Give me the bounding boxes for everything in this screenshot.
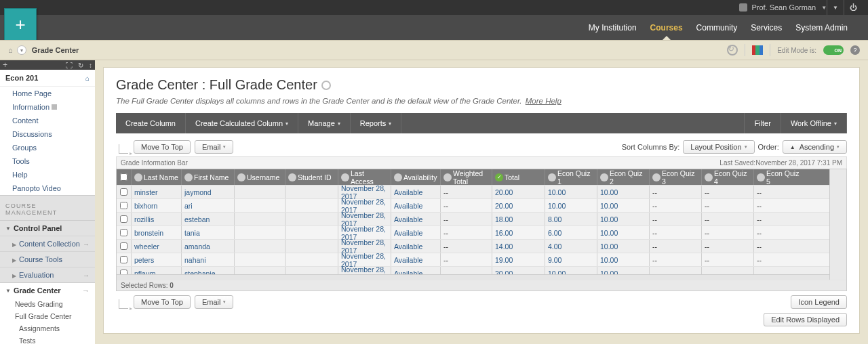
cell-quiz-5[interactable]: --: [754, 253, 806, 266]
cell-weighted-total[interactable]: --: [441, 240, 492, 253]
column-header-last-name[interactable]: Last Name: [132, 169, 182, 185]
theme-palette-icon[interactable]: [752, 45, 763, 55]
cell-username[interactable]: [235, 267, 285, 280]
cell-weighted-total[interactable]: --: [441, 199, 492, 212]
cell-quiz-1[interactable]: 8.00: [545, 213, 597, 225]
cell-first-name[interactable]: esteban: [182, 213, 235, 225]
row-checkbox[interactable]: [117, 240, 132, 253]
cell-quiz-3[interactable]: --: [650, 267, 702, 280]
cell-quiz-5[interactable]: --: [754, 226, 806, 239]
cell-quiz-3[interactable]: --: [650, 253, 702, 266]
cell-quiz-4[interactable]: --: [702, 240, 754, 253]
logout-button[interactable]: [844, 0, 863, 15]
edit-rows-displayed-button[interactable]: Edit Rows Displayed: [764, 313, 847, 326]
reorder-icon[interactable]: ↕: [89, 62, 92, 69]
row-checkbox[interactable]: [117, 213, 132, 225]
cell-student-id[interactable]: [285, 199, 338, 212]
cell-last-name[interactable]: wheeler: [132, 240, 182, 253]
cell-weighted-total[interactable]: --: [441, 213, 492, 225]
refresh-icon[interactable]: [727, 45, 738, 56]
cell-student-id[interactable]: [285, 240, 338, 253]
cell-total[interactable]: 20.00: [492, 267, 545, 280]
create-calculated-column-button[interactable]: Create Calculated Column▾: [186, 113, 298, 133]
sidebar-link-content[interactable]: Content: [0, 114, 95, 127]
sidebar-link-groups[interactable]: Groups: [0, 141, 95, 154]
move-to-top-button[interactable]: Move To Top: [134, 140, 191, 154]
work-offline-dropdown[interactable]: Work Offline▾: [781, 113, 847, 133]
cell-student-id[interactable]: [285, 213, 338, 225]
cell-quiz-4[interactable]: --: [702, 213, 754, 225]
cell-student-id[interactable]: [285, 186, 338, 198]
cell-total[interactable]: 16.00: [492, 226, 545, 239]
cell-availability[interactable]: Available: [391, 213, 441, 225]
cell-total[interactable]: 20.00: [492, 186, 545, 198]
cell-quiz-2[interactable]: 10.00: [597, 226, 650, 239]
cell-student-id[interactable]: [285, 226, 338, 239]
icon-legend-button[interactable]: Icon Legend: [791, 295, 847, 309]
cell-quiz-2[interactable]: 10.00: [597, 186, 650, 198]
cell-username[interactable]: [235, 253, 285, 266]
nav-my-institution[interactable]: My Institution: [589, 23, 637, 33]
sidebar-item-needs-grading[interactable]: Needs Grading: [0, 298, 95, 310]
cell-quiz-4[interactable]: --: [702, 226, 754, 239]
filter-button[interactable]: Filter: [744, 113, 781, 133]
cell-availability[interactable]: Available: [391, 240, 441, 253]
order-dropdown[interactable]: ▲Ascending▾: [783, 140, 847, 154]
reports-dropdown[interactable]: Reports▾: [351, 113, 402, 133]
cell-quiz-3[interactable]: --: [650, 199, 702, 212]
column-header-first-name[interactable]: First Name: [182, 169, 235, 185]
cell-availability[interactable]: Available: [391, 199, 441, 212]
cell-weighted-total[interactable]: --: [441, 186, 492, 198]
cell-quiz-4[interactable]: --: [702, 253, 754, 266]
column-header-last-access[interactable]: Last Access: [338, 169, 391, 185]
add-menu-item-button[interactable]: +: [3, 60, 7, 70]
cell-first-name[interactable]: ari: [182, 199, 235, 212]
column-header-availability[interactable]: Availability: [391, 169, 441, 185]
create-column-button[interactable]: Create Column: [116, 113, 186, 133]
cell-first-name[interactable]: amanda: [182, 240, 235, 253]
sidebar-link-information[interactable]: Information: [0, 100, 95, 114]
move-to-top-button-bottom[interactable]: Move To Top: [134, 295, 191, 309]
sidebar-link-panopto-video[interactable]: Panopto Video: [0, 181, 95, 195]
sidebar-item-tests[interactable]: Tests: [0, 335, 95, 344]
cell-last-access[interactable]: November 28, 2017: [338, 240, 391, 253]
cell-student-id[interactable]: [285, 253, 338, 266]
sidebar-item-course-tools[interactable]: ▶Course Tools: [0, 251, 95, 267]
cell-quiz-1[interactable]: 10.00: [545, 267, 597, 280]
cell-availability[interactable]: Available: [391, 253, 441, 266]
cell-last-name[interactable]: rozillis: [132, 213, 182, 225]
column-header-student-id[interactable]: Student ID: [285, 169, 338, 185]
course-title[interactable]: Econ 201 ⌂: [0, 70, 95, 87]
more-help-link[interactable]: More Help: [526, 97, 561, 105]
sidebar-item-content-collection[interactable]: ▶Content Collection →: [0, 236, 95, 251]
cell-quiz-3[interactable]: --: [650, 240, 702, 253]
cell-quiz-1[interactable]: 9.00: [545, 253, 597, 266]
column-header-econ-quiz-1[interactable]: Econ Quiz 1: [545, 169, 597, 185]
cell-last-access[interactable]: November 28, 2017: [338, 226, 391, 239]
notifications-button[interactable]: ▼: [827, 0, 844, 15]
cell-weighted-total[interactable]: --: [441, 267, 492, 280]
column-header-econ-quiz-5[interactable]: Econ Quiz 5: [754, 169, 806, 185]
cell-total[interactable]: 14.00: [492, 240, 545, 253]
sidebar-item-assignments[interactable]: Assignments: [0, 322, 95, 335]
column-header-econ-quiz-3[interactable]: Econ Quiz 3: [650, 169, 702, 185]
cell-last-name[interactable]: bixhorn: [132, 199, 182, 212]
cell-quiz-2[interactable]: 10.00: [597, 253, 650, 266]
cell-quiz-1[interactable]: 6.00: [545, 226, 597, 239]
cell-quiz-5[interactable]: --: [754, 267, 806, 280]
cell-quiz-3[interactable]: --: [650, 226, 702, 239]
email-button[interactable]: Email▾: [195, 140, 234, 154]
email-button-bottom[interactable]: Email▾: [195, 295, 234, 309]
cell-weighted-total[interactable]: --: [441, 226, 492, 239]
cell-first-name[interactable]: nahani: [182, 253, 235, 266]
cell-username[interactable]: [235, 226, 285, 239]
cell-quiz-2[interactable]: 10.00: [597, 267, 650, 280]
sidebar-link-help[interactable]: Help: [0, 168, 95, 181]
control-panel-toggle[interactable]: ▼ Control Panel: [0, 220, 95, 236]
cell-availability[interactable]: Available: [391, 186, 441, 198]
horizontal-scroll-gutter[interactable]: [829, 169, 846, 280]
row-checkbox[interactable]: [117, 199, 132, 212]
column-header-econ-quiz-2[interactable]: Econ Quiz 2: [597, 169, 650, 185]
sidebar-item-grade-center[interactable]: ▼ Grade Center →: [0, 282, 95, 298]
edit-mode-toggle[interactable]: [823, 45, 844, 55]
